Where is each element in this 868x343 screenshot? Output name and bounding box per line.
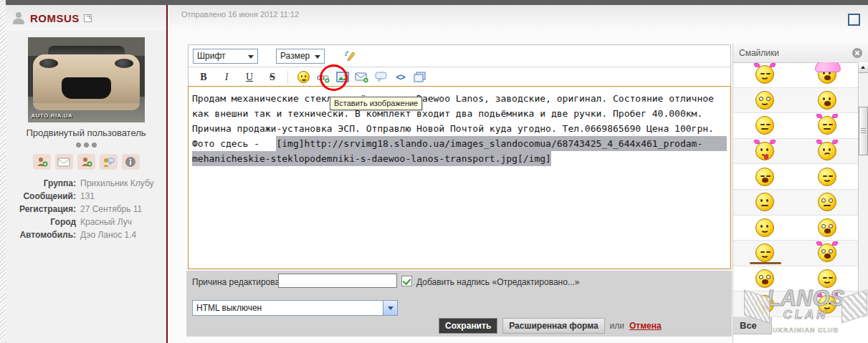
find-posts-icon[interactable] [100, 154, 118, 170]
italic-button[interactable]: I [219, 72, 234, 83]
editor-toolbar: Шрифт Размер B I U S <> [188, 44, 731, 87]
insert-image-tooltip: Вставить изображение [330, 97, 422, 110]
full-form-button[interactable]: Расширенная форма [502, 318, 604, 334]
smiley-girl-sad-icon[interactable] [818, 142, 836, 160]
stat-row: ГородКрасный Луч [6, 216, 166, 228]
smiley-worried-icon[interactable] [818, 91, 836, 110]
scrollbar-thumb[interactable] [859, 107, 868, 155]
smiley-row [733, 291, 858, 317]
smiley-giggle-icon[interactable] [818, 168, 836, 186]
smileys-header: Смайлики [733, 44, 868, 63]
smiley-row [733, 88, 858, 114]
close-icon[interactable] [852, 48, 862, 58]
chevron-down-icon [248, 55, 254, 59]
size-select[interactable]: Размер [276, 49, 325, 64]
smileys-scrollbar[interactable] [858, 62, 868, 317]
user-header: ROMSUS [6, 5, 166, 31]
stat-row: Сообщений:131 [6, 190, 166, 203]
maroon-divider [166, 5, 168, 343]
info-icon[interactable] [122, 154, 140, 170]
page-stripe-background [0, 0, 6, 343]
smiley-girl-tongue-icon[interactable] [755, 142, 774, 160]
stat-row: Регистрация:27 Сентябрь 11 [6, 203, 166, 216]
send-message-icon[interactable] [55, 154, 73, 170]
user-sidebar: ROMSUS AUTO.RIA.UA Продвинутый пользоват… [6, 5, 166, 343]
smiley-pink-bonnet-icon[interactable] [818, 65, 836, 84]
smiley-wink-point-icon[interactable] [755, 218, 774, 237]
user-title: Продвинутый пользователь [6, 127, 166, 138]
insert-email-icon[interactable] [352, 72, 371, 83]
post-date: Отправлено 16 июня 2012 11:12 [181, 10, 299, 19]
edit-reason-input[interactable] [278, 274, 397, 288]
insert-image-icon[interactable] [333, 72, 352, 82]
save-button[interactable]: Сохранить [439, 318, 497, 334]
smiley-row [733, 62, 858, 88]
smileys-panel: Смайлики Все [733, 44, 868, 343]
smiley-row [733, 113, 858, 139]
smiley-laughing-cry-icon[interactable] [755, 168, 774, 186]
external-profile-icon[interactable] [84, 14, 92, 22]
stat-row: Автомобиль:Дэо Ланос 1.4 [6, 228, 166, 241]
smiley-row [733, 190, 858, 216]
chevron-down-icon [383, 301, 397, 315]
smiley-girl-surprised-icon[interactable] [818, 243, 836, 262]
cancel-link[interactable]: Отмена [629, 321, 662, 331]
show-all-smileys-tab[interactable]: Все [733, 317, 772, 334]
smiley-girl-shy-icon[interactable] [818, 116, 836, 135]
post-header: Отправлено 16 июня 2012 11:12 [168, 5, 868, 30]
smiley-shocked-icon[interactable] [755, 295, 774, 314]
html-mode-select[interactable]: HTML выключен [192, 300, 398, 316]
or-text: или [610, 321, 624, 331]
smiley-sleepy-icon[interactable] [755, 116, 774, 135]
insert-code-icon[interactable]: <> [391, 72, 410, 82]
underline-button[interactable]: U [242, 72, 257, 83]
chevron-down-icon [315, 55, 320, 59]
smiley-rolleyes-icon[interactable] [818, 193, 836, 211]
selected-text: mehanicheskie-steklopodemniki-s-daewoo-l… [192, 151, 551, 166]
post-text-line: Продам механические стеклоподъёмники на … [192, 91, 727, 106]
post-text-line: Фото сдесь - [img]http://srvimg18.slando… [192, 136, 727, 151]
smiley-row [733, 139, 858, 165]
strikethrough-button[interactable]: S [264, 72, 280, 83]
smiley-scream-icon[interactable] [755, 269, 774, 288]
smiley-row [733, 164, 858, 190]
bold-button[interactable]: B [196, 72, 211, 83]
add-edited-note-checkbox[interactable] [401, 276, 412, 286]
smiley-neutral-icon[interactable] [755, 193, 774, 211]
smiley-row [733, 216, 858, 241]
post-text-line: Причина продажи-установка ЭСП. Отправлю … [192, 121, 727, 136]
smileys-title: Смайлики [739, 48, 779, 58]
smiley-witch-broom-icon[interactable] [755, 243, 774, 262]
stat-row: Группа:Прихильник Клубу [6, 177, 166, 190]
smiley-girl-laugh-icon[interactable] [818, 295, 836, 314]
top-dark-bar [6, 0, 868, 5]
post-textarea[interactable]: Продам механические стеклоподъёмники на … [188, 86, 731, 269]
smiley-inlove-icon[interactable] [755, 91, 774, 110]
user-action-row [6, 154, 166, 170]
user-stats: Группа:Прихильник Клубу Сообщений:131 Ре… [6, 177, 166, 241]
avatar-watermark: AUTO.RIA.UA [32, 112, 73, 119]
smiley-row [733, 266, 858, 292]
scroll-up-icon[interactable] [859, 62, 868, 73]
insert-link-icon[interactable] [313, 72, 333, 83]
edit-form: Причина редактирования Добавить надпись … [186, 271, 732, 337]
smiley-girl-bows-icon[interactable] [755, 65, 774, 84]
remove-format-icon[interactable] [340, 49, 360, 62]
post-text-line: как внешни так и технически. В комплект … [192, 106, 727, 121]
smiley-blush-grin-icon[interactable] [818, 269, 836, 288]
member-icon [11, 11, 26, 25]
insert-smiley-icon[interactable] [294, 71, 313, 83]
font-select[interactable]: Шрифт [193, 49, 258, 64]
selected-text: [img]http://srvimg18.slando.ua/images_sl… [276, 136, 702, 151]
smiley-crazy-icon[interactable] [818, 218, 836, 237]
username-link[interactable]: ROMSUS [30, 12, 80, 24]
insert-quote-icon[interactable] [371, 72, 391, 82]
select-post-checkbox[interactable] [848, 14, 860, 26]
post-text-line: mehanicheskie-steklopodemniki-s-daewoo-l… [192, 151, 727, 166]
add-edited-note-label: Добавить надпись «Отредактировано...» [416, 277, 580, 287]
add-friend-icon[interactable] [33, 154, 51, 170]
smiley-grid [733, 62, 858, 317]
add-contact-icon[interactable] [77, 154, 95, 170]
avatar[interactable]: AUTO.RIA.UA [28, 37, 145, 122]
insert-special-icon[interactable] [410, 72, 429, 83]
